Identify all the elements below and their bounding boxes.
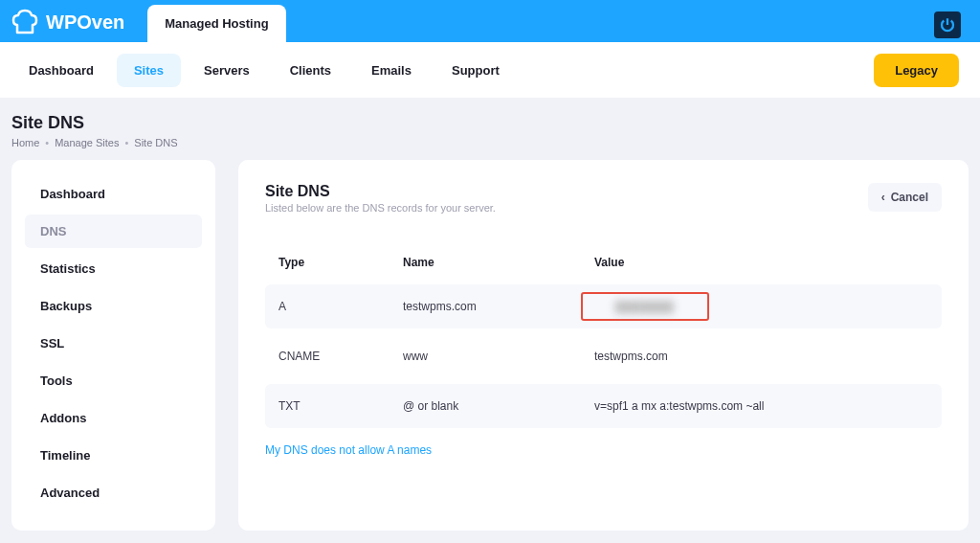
crumb-site-dns: Site DNS (134, 137, 177, 148)
sidebar-item-tools[interactable]: Tools (25, 364, 202, 397)
sidebar-item-dashboard[interactable]: Dashboard (25, 177, 202, 211)
top-bar: WPOven Managed Hosting (0, 0, 980, 42)
top-right (923, 11, 961, 38)
crumb-sep: • (124, 137, 128, 148)
cell-value: testwpms.com (594, 350, 928, 363)
power-button[interactable] (934, 11, 961, 38)
header-value: Value (594, 256, 928, 269)
sidebar-item-dns[interactable]: DNS (25, 215, 202, 248)
page-header: Site DNS Home • Manage Sites • Site DNS (0, 98, 980, 160)
table-row: A testwpms.com ███████ (265, 284, 942, 328)
chevron-left-icon: ‹ (881, 191, 885, 204)
sidebar-item-statistics[interactable]: Statistics (25, 252, 202, 285)
crumb-sep: • (45, 137, 49, 148)
cancel-button[interactable]: ‹ Cancel (868, 183, 942, 212)
dns-a-names-link[interactable]: My DNS does not allow A names (265, 443, 432, 457)
redacted-value-highlight: ███████ (581, 292, 709, 321)
brand-text: WPOven (46, 11, 124, 34)
nav-left: Dashboard Sites Servers Clients Emails S… (11, 54, 517, 87)
brand-logo[interactable]: WPOven (11, 8, 124, 36)
nav-clients[interactable]: Clients (273, 54, 348, 87)
nav-sites[interactable]: Sites (117, 54, 181, 87)
sidebar-item-ssl[interactable]: SSL (25, 327, 202, 360)
sidebar: Dashboard DNS Statistics Backups SSL Too… (11, 160, 215, 531)
cell-value: ███████ (594, 300, 928, 313)
cell-name: @ or blank (403, 399, 594, 413)
top-left: WPOven Managed Hosting (11, 0, 286, 42)
sidebar-item-timeline[interactable]: Timeline (25, 439, 202, 472)
sidebar-item-addons[interactable]: Addons (25, 401, 202, 435)
nav-servers[interactable]: Servers (187, 54, 267, 87)
page-title: Site DNS (11, 113, 969, 133)
crumb-home[interactable]: Home (11, 137, 39, 148)
cell-name: testwpms.com (403, 300, 594, 313)
dns-table: Type Name Value A testwpms.com ███████ C… (265, 240, 942, 428)
nav-support[interactable]: Support (434, 54, 517, 87)
cell-type: CNAME (278, 350, 403, 363)
cell-type: TXT (278, 399, 403, 413)
nav-dashboard[interactable]: Dashboard (11, 54, 111, 87)
cell-value: v=spf1 a mx a:testwpms.com ~all (594, 399, 928, 413)
main-subtitle: Listed below are the DNS records for you… (265, 202, 496, 214)
chef-hat-icon (11, 8, 44, 36)
cell-type: A (278, 300, 403, 313)
sidebar-item-advanced[interactable]: Advanced (25, 476, 202, 509)
header-type: Type (278, 256, 403, 269)
legacy-button[interactable]: Legacy (874, 54, 959, 87)
main-panel: Site DNS Listed below are the DNS record… (238, 160, 969, 531)
header-name: Name (403, 256, 594, 269)
table-header: Type Name Value (265, 240, 942, 284)
breadcrumb: Home • Manage Sites • Site DNS (11, 137, 969, 148)
power-icon (939, 16, 956, 34)
main-head: Site DNS Listed below are the DNS record… (265, 183, 942, 214)
main-title: Site DNS (265, 183, 496, 200)
crumb-manage-sites[interactable]: Manage Sites (55, 137, 119, 148)
table-row: TXT @ or blank v=spf1 a mx a:testwpms.co… (265, 384, 942, 428)
content: Dashboard DNS Statistics Backups SSL Too… (0, 160, 980, 543)
nav-bar: Dashboard Sites Servers Clients Emails S… (0, 42, 980, 98)
sidebar-item-backups[interactable]: Backups (25, 289, 202, 323)
nav-emails[interactable]: Emails (354, 54, 429, 87)
cell-name: www (403, 350, 594, 363)
managed-hosting-tab[interactable]: Managed Hosting (147, 5, 285, 42)
table-row: CNAME www testwpms.com (265, 334, 942, 378)
